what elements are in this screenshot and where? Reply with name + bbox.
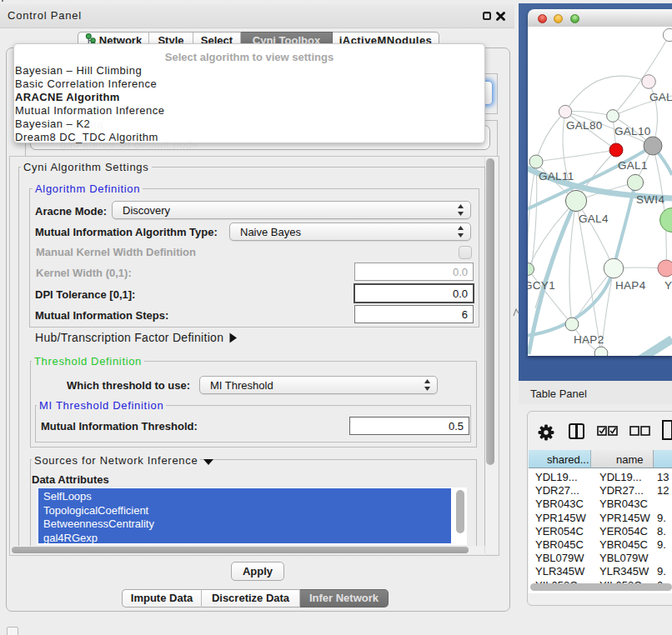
svg-text:HAP2: HAP2	[574, 333, 604, 346]
svg-text:HAP4: HAP4	[615, 279, 646, 292]
svg-text:GAL10: GAL10	[614, 125, 651, 138]
svg-text:Y: Y	[664, 279, 672, 292]
svg-text:GAL2: GAL2	[649, 91, 672, 103]
svg-text:GAL4: GAL4	[579, 212, 609, 225]
svg-text:GAL11: GAL11	[539, 170, 574, 182]
svg-text:SWI4: SWI4	[636, 193, 664, 206]
svg-text:GCY1: GCY1	[528, 279, 555, 292]
svg-text:GAL1: GAL1	[618, 159, 648, 172]
svg-text:GAL80: GAL80	[566, 119, 603, 132]
